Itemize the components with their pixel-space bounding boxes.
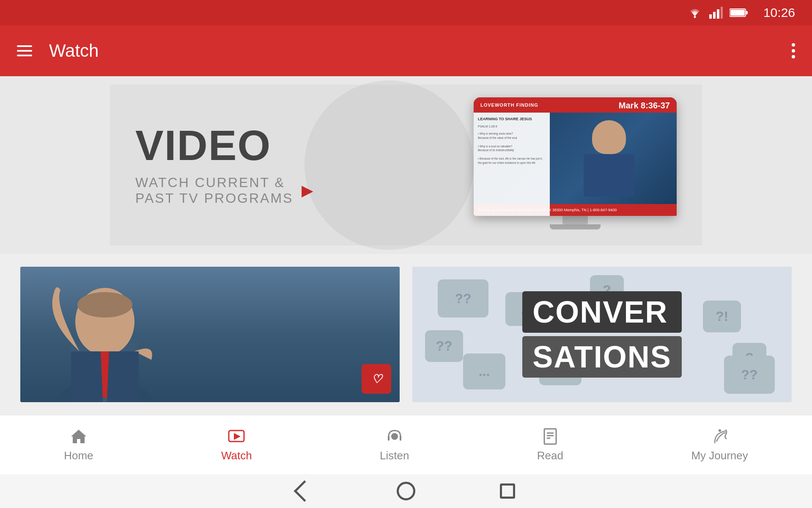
svg-point-0 bbox=[694, 16, 696, 18]
speech-bubble-9: ?! bbox=[703, 301, 741, 332]
preacher-silhouette bbox=[20, 267, 189, 402]
conversations-title-box: CONVER SATIONS bbox=[522, 291, 682, 378]
thumbnails-row: ♡ ?? ... ? ?? !! ? ... ?? ?! CONVER SATI… bbox=[0, 254, 812, 415]
tv-logo: LOVEWORTH FINDING bbox=[480, 102, 538, 108]
recents-square-icon bbox=[500, 483, 515, 499]
watch-icon bbox=[227, 427, 246, 446]
tv-slide-panel: LEARNING TO SHARE JESUS PSALM 1:28-9 • W… bbox=[474, 113, 550, 216]
tv-base bbox=[550, 224, 601, 229]
speech-bubble-8: ?? bbox=[724, 356, 775, 394]
journey-icon bbox=[710, 427, 729, 446]
speech-bubble-1: ?? bbox=[438, 279, 488, 318]
back-button[interactable] bbox=[297, 483, 312, 499]
svg-rect-4 bbox=[721, 7, 723, 19]
main-content: VIDEO WATCH CURRENT & PAST TV PROGRAMS ▶… bbox=[0, 76, 812, 415]
banner-text-area: VIDEO WATCH CURRENT & PAST TV PROGRAMS ▶ bbox=[135, 124, 474, 206]
page-title: Watch bbox=[49, 41, 792, 61]
status-time: 10:26 bbox=[763, 6, 795, 20]
svg-rect-11 bbox=[71, 351, 103, 402]
video-banner[interactable]: VIDEO WATCH CURRENT & PAST TV PROGRAMS ▶… bbox=[0, 76, 812, 254]
battery-icon bbox=[730, 8, 748, 18]
listen-icon bbox=[385, 427, 404, 446]
nav-label-home: Home bbox=[64, 449, 93, 462]
preacher-head-small bbox=[592, 120, 626, 154]
nav-label-read: Read bbox=[537, 449, 563, 462]
home-button[interactable] bbox=[397, 482, 415, 500]
nav-item-watch[interactable]: Watch bbox=[208, 423, 265, 467]
nav-item-home[interactable]: Home bbox=[51, 423, 106, 467]
svg-rect-7 bbox=[730, 10, 745, 16]
tv-slide-points: • Why is winning souls wise?Because of t… bbox=[478, 132, 546, 165]
preacher-body-small bbox=[584, 154, 634, 196]
conversations-title-line2: SATIONS bbox=[522, 336, 682, 378]
svg-point-17 bbox=[391, 433, 398, 440]
thumb-preacher[interactable]: ♡ bbox=[20, 267, 400, 402]
nav-label-watch: Watch bbox=[221, 449, 252, 462]
svg-rect-3 bbox=[717, 9, 719, 19]
conversations-title-line1: CONVER bbox=[522, 291, 682, 333]
home-icon bbox=[69, 427, 88, 446]
conversations-bg: ?? ... ? ?? !! ? ... ?? ?! CONVER SATION… bbox=[412, 267, 792, 402]
svg-rect-12 bbox=[107, 351, 139, 402]
status-bar: 10:26 bbox=[0, 0, 812, 25]
more-options-button[interactable] bbox=[792, 43, 795, 58]
tv-frame: LOVEWORTH FINDING Mark 8:36-37 LEARNING … bbox=[474, 97, 677, 216]
banner-tv-image: LOVEWORTH FINDING Mark 8:36-37 LEARNING … bbox=[474, 97, 677, 233]
nav-label-listen: Listen bbox=[380, 449, 409, 462]
signal-icon bbox=[709, 7, 723, 19]
nav-item-myjourney[interactable]: My Journey bbox=[678, 423, 760, 467]
tv-stand bbox=[562, 216, 588, 224]
speech-bubble-7: ... bbox=[463, 353, 505, 389]
tv-slide-psalm: PSALM 1:28-9 bbox=[478, 124, 546, 129]
menu-button[interactable] bbox=[17, 45, 32, 56]
tv-screen: LOVEWORTH FINDING Mark 8:36-37 LEARNING … bbox=[474, 97, 677, 216]
svg-marker-16 bbox=[234, 433, 241, 440]
home-circle-icon bbox=[397, 482, 415, 500]
banner-play-icon[interactable]: ▶ bbox=[302, 182, 315, 199]
bottom-nav: Home Watch Listen Read bbox=[0, 415, 812, 474]
back-arrow-icon bbox=[294, 480, 315, 502]
svg-point-14 bbox=[77, 292, 132, 318]
svg-rect-6 bbox=[746, 11, 748, 14]
read-icon bbox=[541, 427, 560, 446]
svg-rect-1 bbox=[709, 14, 712, 19]
tv-verse-text: Mark 8:36-37 bbox=[619, 101, 670, 110]
banner-subtitle-text: WATCH CURRENT & PAST TV PROGRAMS bbox=[135, 175, 293, 206]
nav-item-listen[interactable]: Listen bbox=[367, 423, 422, 467]
svg-rect-20 bbox=[544, 429, 556, 444]
thumb-conversations[interactable]: ?? ... ? ?? !! ? ... ?? ?! CONVER SATION… bbox=[412, 267, 792, 402]
banner-subtitle: WATCH CURRENT & PAST TV PROGRAMS ▶ bbox=[135, 175, 474, 206]
speech-bubble-4: ?? bbox=[425, 330, 463, 362]
svg-rect-2 bbox=[713, 12, 716, 19]
svg-point-24 bbox=[719, 429, 721, 432]
app-bar: Watch bbox=[0, 25, 812, 76]
nav-label-myjourney: My Journey bbox=[691, 449, 748, 462]
banner-title: VIDEO bbox=[135, 124, 474, 166]
recents-button[interactable] bbox=[500, 483, 515, 499]
preacher-large-bg: ♡ bbox=[20, 267, 400, 402]
tv-slide-heading: LEARNING TO SHARE JESUS bbox=[478, 117, 546, 122]
wifi-icon bbox=[687, 7, 702, 19]
lwf-badge: ♡ bbox=[362, 364, 391, 394]
lwf-badge-icon: ♡ bbox=[371, 372, 382, 386]
nav-item-read[interactable]: Read bbox=[524, 423, 576, 467]
system-nav-bar bbox=[0, 474, 812, 508]
